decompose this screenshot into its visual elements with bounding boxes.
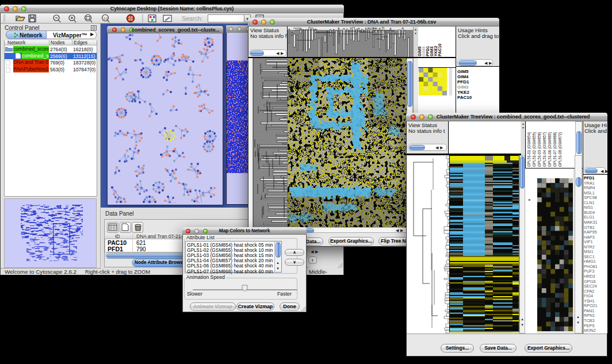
svg-text:GPL51-06 (GSM865): GPL51-06 (GSM865)	[548, 132, 552, 167]
svg-text:GPL51-01 (GSM854): GPL51-01 (GSM854)	[527, 132, 531, 167]
svg-text:GIM3: GIM3	[430, 47, 434, 56]
svg-text:GPL51-08 (GSM872): GPL51-08 (GSM872)	[558, 132, 563, 167]
svg-text:GPL51-03 (GSM856): GPL51-03 (GSM856)	[537, 132, 542, 167]
svg-text:GPL51-02 (GSM855): GPL51-02 (GSM855)	[532, 132, 537, 167]
svg-text:PAC10: PAC10	[438, 44, 442, 56]
svg-text:YKE2: YKE2	[434, 46, 438, 56]
svg-text:GPL51-07 (GSM868): GPL51-07 (GSM868)	[553, 132, 557, 167]
svg-text:GPL51-04 (GSM857): GPL51-04 (GSM857)	[542, 132, 547, 167]
svg-text:PFD1: PFD1	[426, 46, 430, 56]
svg-text:GIM4: GIM4	[422, 47, 426, 56]
svg-text:1:1: 1:1	[104, 17, 108, 20]
